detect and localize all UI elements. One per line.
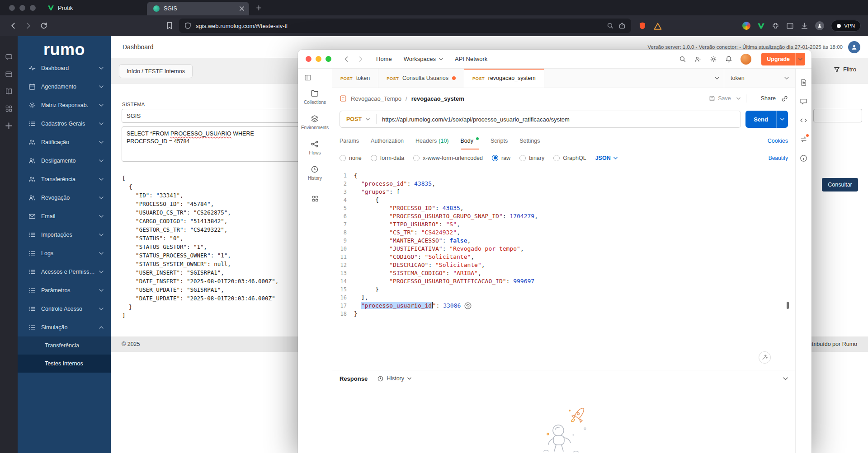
add-panel-icon[interactable] (5, 122, 13, 130)
search-icon[interactable] (679, 56, 686, 63)
sidebar-item-importacoes[interactable]: Importações (18, 225, 111, 244)
request-tab-authorization[interactable]: Authorization (371, 132, 404, 149)
sidebar-item-controle-acesso[interactable]: Controle Acesso (18, 299, 111, 318)
body-mode-x-www-form-urlencoded[interactable]: x-www-form-urlencoded (413, 155, 483, 161)
request-tab-body[interactable]: Body (461, 132, 479, 149)
body-language-selector[interactable]: JSON (595, 155, 618, 161)
body-mode-raw[interactable]: raw (492, 155, 510, 161)
settings-gear-icon[interactable] (710, 56, 717, 63)
sidebar-item-agendamento[interactable]: Agendamento (18, 77, 111, 96)
upgrade-button[interactable]: Upgrade (761, 53, 805, 65)
request-body-editor[interactable]: 1{2 "processo_id": 43835,3 "grupos": [4 … (332, 166, 795, 370)
site-shield-icon[interactable] (184, 22, 191, 29)
sidebar-item-dashboard[interactable]: Dashboard (18, 59, 111, 77)
sidebar-subitem-transferencia[interactable]: Transferência (18, 336, 111, 355)
back-icon[interactable] (343, 56, 350, 63)
query-textarea[interactable]: SELECT *FROM PROCESSO_USUARIO WHERE PROC… (122, 126, 301, 162)
beautify-link[interactable]: Beautify (769, 155, 788, 161)
window-minimize-button[interactable] (19, 5, 25, 11)
open-tab-token[interactable]: POSTtoken (332, 69, 378, 88)
send-button[interactable]: Send (745, 111, 788, 128)
user-avatar[interactable] (848, 41, 860, 53)
sidebar-item-desligamento[interactable]: Desligamento (18, 151, 111, 170)
info-icon[interactable] (800, 154, 807, 162)
nav-home[interactable]: Home (376, 56, 392, 62)
sistema-input[interactable] (122, 109, 301, 123)
nav-api-network[interactable]: API Network (455, 56, 487, 62)
apps-grid-icon[interactable] (5, 105, 13, 112)
save-options-chevron-icon[interactable] (736, 97, 741, 100)
share-button[interactable]: Share (752, 95, 776, 102)
address-bar[interactable]: sgis.web.rumolog.com/#/teste-siv-tl (179, 19, 631, 33)
sidebar-item-acessos-e-permissoes[interactable]: Acessos e Permissões (18, 262, 111, 281)
window-zoom-button[interactable] (326, 56, 331, 62)
sidebar-item-ratificacao[interactable]: Ratificação (18, 133, 111, 151)
request-tab-settings[interactable]: Settings (519, 132, 540, 149)
sidebar-toggle-icon[interactable] (304, 74, 311, 81)
wallet-panel-icon[interactable] (5, 70, 13, 78)
tab-close-icon[interactable] (239, 6, 245, 11)
forward-icon[interactable] (357, 56, 364, 63)
breadcrumb[interactable]: Início / TESTE Internos (119, 64, 193, 78)
left-rail-collections[interactable]: Collections (301, 89, 329, 105)
related-requests-icon[interactable] (800, 135, 807, 143)
editor-scrollbar[interactable] (787, 302, 789, 309)
url-text[interactable]: sgis.web.rumolog.com/#/teste-siv-tl (196, 23, 602, 29)
extension-colorful-icon[interactable] (742, 22, 750, 30)
postbot-ai-button[interactable] (759, 351, 771, 364)
invite-user-icon[interactable] (694, 56, 702, 63)
sidebar-item-parametros[interactable]: Parâmetros (18, 281, 111, 299)
extensions-puzzle-icon[interactable] (772, 22, 779, 30)
body-mode-none[interactable]: none (340, 155, 362, 161)
sidebar-item-cadastros-gerais[interactable]: Cadastros Gerais (18, 114, 111, 133)
new-tab-icon[interactable] (256, 5, 262, 11)
body-mode-form-data[interactable]: form-data (371, 155, 405, 161)
window-minimize-button[interactable] (316, 56, 321, 62)
code-snippet-icon[interactable] (800, 117, 807, 124)
forward-icon[interactable] (24, 22, 33, 30)
collapse-response-chevron-icon[interactable] (783, 377, 788, 380)
search-icon[interactable] (607, 22, 614, 29)
copy-link-icon[interactable] (781, 95, 788, 102)
sidebar-item-transferencia[interactable]: Transferência (18, 170, 111, 188)
breadcrumb-collection[interactable]: Revogacao_Tempo (351, 95, 401, 102)
left-rail-flows[interactable]: Flows (301, 140, 329, 155)
sidebar-item-logs[interactable]: Logs (18, 244, 111, 262)
request-url-input[interactable]: https://api.rumolog.com/v1/sox/api/proce… (377, 116, 575, 123)
window-close-button[interactable] (9, 5, 15, 11)
save-button[interactable]: Save (709, 95, 731, 102)
window-zoom-button[interactable] (30, 5, 36, 11)
environment-selector[interactable]: token (724, 69, 795, 88)
request-tab-scripts[interactable]: Scripts (491, 132, 508, 149)
nav-workspaces[interactable]: Workspaces (404, 56, 443, 62)
filter-button[interactable]: Filtro (834, 66, 856, 73)
revert-line-icon[interactable] (464, 302, 472, 309)
sidebar-item-matriz-responsab[interactable]: Matriz Responsab. (18, 96, 111, 114)
comments-icon[interactable] (800, 98, 807, 105)
sidebar-panel-icon[interactable] (786, 22, 794, 30)
response-history-selector[interactable]: History (377, 375, 411, 382)
request-tab-params[interactable]: Params (340, 132, 359, 149)
downloads-icon[interactable] (801, 22, 808, 30)
body-mode-binary[interactable]: binary (519, 155, 544, 161)
brave-shields-icon[interactable] (638, 22, 646, 30)
profile-avatar[interactable] (815, 21, 824, 30)
chat-panel-icon[interactable] (5, 53, 13, 61)
more-tools-grid-icon[interactable] (311, 195, 319, 202)
new-request-tab-button[interactable] (544, 69, 561, 88)
open-tab-revogacao-system[interactable]: POSTrevogacao_system (464, 69, 544, 88)
sidebar-item-simulacao[interactable]: Simulação (18, 318, 111, 336)
bookmark-icon[interactable] (165, 22, 174, 30)
method-selector[interactable]: POST (340, 116, 376, 122)
reading-list-icon[interactable] (5, 88, 13, 95)
vpn-button[interactable]: VPN (831, 20, 861, 32)
protik-extension-icon[interactable] (757, 22, 765, 30)
sidebar-item-email[interactable]: Email (18, 207, 111, 225)
sidebar-subitem-testes-internos[interactable]: Testes Internos (18, 355, 111, 373)
reload-icon[interactable] (40, 22, 48, 30)
tab-overflow-chevron-icon[interactable] (710, 69, 724, 88)
notifications-bell-icon[interactable] (725, 56, 732, 63)
documentation-icon[interactable] (800, 79, 807, 86)
left-rail-history[interactable]: History (301, 165, 329, 181)
share-icon[interactable] (618, 22, 626, 29)
